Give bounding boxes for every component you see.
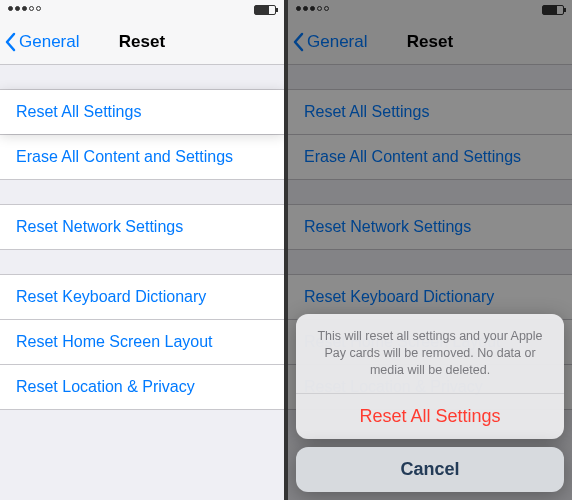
row-erase-all-content[interactable]: Erase All Content and Settings <box>288 134 572 179</box>
row-reset-keyboard[interactable]: Reset Keyboard Dictionary <box>0 275 284 319</box>
chevron-left-icon <box>292 32 304 52</box>
action-sheet-message: This will reset all settings and your Ap… <box>296 314 564 394</box>
screenshot-right: General Reset Reset All Settings Erase A… <box>288 0 572 500</box>
cancel-button[interactable]: Cancel <box>296 447 564 492</box>
back-button[interactable]: General <box>4 20 79 64</box>
row-erase-all-content[interactable]: Erase All Content and Settings <box>0 134 284 179</box>
nav-title: Reset <box>407 32 453 52</box>
status-bar <box>288 0 572 20</box>
nav-bar: General Reset <box>0 20 284 65</box>
confirm-reset-button[interactable]: Reset All Settings <box>296 394 564 439</box>
screenshot-left: General Reset Reset All Settings Erase A… <box>0 0 284 500</box>
chevron-left-icon <box>4 32 16 52</box>
action-sheet: This will reset all settings and your Ap… <box>288 306 572 500</box>
row-reset-home[interactable]: Reset Home Screen Layout <box>0 319 284 364</box>
row-reset-network[interactable]: Reset Network Settings <box>288 205 572 249</box>
row-reset-all-settings[interactable]: Reset All Settings <box>0 90 284 134</box>
signal-dots-icon <box>8 6 41 11</box>
row-reset-all-settings[interactable]: Reset All Settings <box>288 90 572 134</box>
row-reset-network[interactable]: Reset Network Settings <box>0 205 284 249</box>
nav-bar: General Reset <box>288 20 572 65</box>
battery-icon <box>254 5 276 15</box>
back-button[interactable]: General <box>292 20 367 64</box>
status-bar <box>0 0 284 20</box>
row-reset-location[interactable]: Reset Location & Privacy <box>0 364 284 409</box>
back-label: General <box>307 32 367 52</box>
battery-icon <box>542 5 564 15</box>
back-label: General <box>19 32 79 52</box>
signal-dots-icon <box>296 6 329 11</box>
nav-title: Reset <box>119 32 165 52</box>
